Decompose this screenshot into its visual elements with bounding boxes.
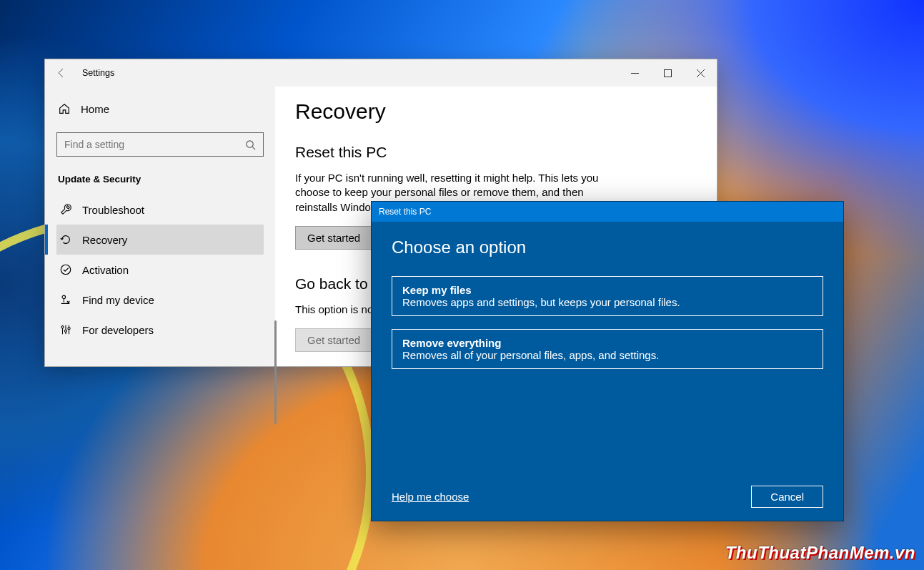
sidebar-item-label: For developers (82, 324, 154, 336)
recovery-icon (59, 233, 72, 246)
dialog-titlebar-text: Reset this PC (379, 207, 431, 217)
close-icon (697, 69, 705, 77)
option-keep-my-files[interactable]: Keep my files Removes apps and settings,… (392, 276, 823, 316)
sidebar-home-label: Home (81, 103, 109, 115)
option-remove-everything[interactable]: Remove everything Removes all of your pe… (392, 329, 823, 369)
sidebar-home[interactable]: Home (56, 98, 264, 119)
help-me-choose-link[interactable]: Help me choose (392, 491, 469, 503)
window-title: Settings (82, 68, 114, 78)
maximize-icon (664, 69, 672, 77)
search-icon (245, 139, 256, 150)
reset-pc-dialog: Reset this PC Choose an option Keep my f… (371, 201, 844, 521)
check-circle-icon (59, 263, 72, 276)
sidebar-item-activation[interactable]: Activation (56, 255, 264, 285)
page-title: Recovery (295, 99, 697, 124)
option-desc: Removes all of your personal files, apps… (402, 349, 813, 361)
svg-point-2 (61, 265, 71, 275)
svg-point-6 (68, 328, 70, 330)
back-button[interactable] (45, 59, 78, 87)
sidebar-item-troubleshoot[interactable]: Troubleshoot (56, 195, 264, 225)
dialog-titlebar: Reset this PC (372, 202, 843, 222)
option-title: Remove everything (402, 337, 813, 349)
close-button[interactable] (684, 59, 717, 87)
sidebar-item-for-developers[interactable]: For developers (56, 315, 264, 345)
arrow-left-icon (56, 67, 67, 79)
section-title-reset: Reset this PC (295, 144, 697, 161)
sidebar-item-label: Troubleshoot (82, 204, 144, 216)
option-desc: Removes apps and settings, but keeps you… (402, 296, 813, 308)
location-icon (59, 293, 72, 306)
get-started-reset-button[interactable]: Get started (295, 226, 372, 250)
search-input-wrapper[interactable] (56, 132, 264, 157)
sidebar-item-label: Find my device (82, 294, 154, 306)
svg-rect-0 (664, 69, 671, 77)
sidebar-item-label: Activation (82, 264, 129, 276)
section-desc-goback: This option is no longer available becau… (295, 303, 381, 317)
wrench-icon (59, 203, 72, 216)
search-input[interactable] (64, 139, 245, 150)
maximize-button[interactable] (651, 59, 684, 87)
svg-point-3 (62, 295, 66, 299)
scrollbar[interactable] (274, 320, 277, 424)
sliders-icon (59, 323, 72, 336)
minimize-button[interactable] (618, 59, 651, 87)
option-title: Keep my files (402, 284, 813, 296)
svg-point-5 (64, 330, 66, 332)
sidebar-item-recovery[interactable]: Recovery (56, 225, 264, 255)
dialog-title: Choose an option (392, 237, 823, 257)
svg-point-4 (61, 326, 64, 328)
sidebar-group-label: Update & Security (56, 172, 264, 186)
window-titlebar: Settings (45, 59, 717, 87)
minimize-icon (631, 69, 639, 77)
sidebar-item-label: Recovery (82, 234, 127, 246)
get-started-goback-button: Get started (295, 328, 372, 352)
sidebar-item-find-my-device[interactable]: Find my device (56, 285, 264, 315)
svg-point-1 (247, 140, 253, 147)
cancel-button[interactable]: Cancel (751, 486, 823, 508)
sidebar: Home Update & Security Troubleshoot Reco… (45, 87, 275, 366)
home-icon (58, 102, 71, 115)
watermark: ThuThuatPhanMem.vn (725, 543, 915, 563)
